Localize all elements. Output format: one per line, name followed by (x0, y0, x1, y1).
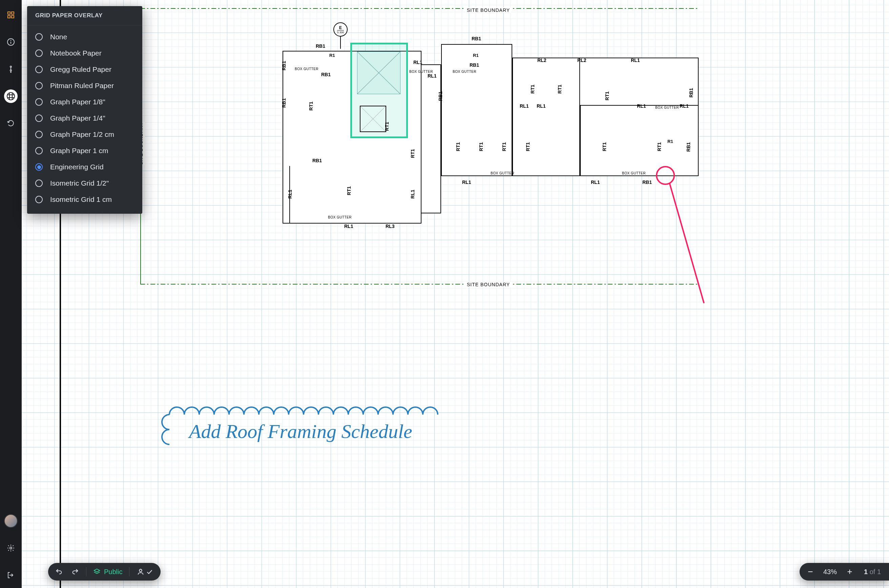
beam-label: RT1 (525, 142, 530, 151)
beam-label: RT1 (346, 186, 352, 195)
apps-icon[interactable] (4, 8, 18, 22)
grid-option[interactable]: Graph Paper 1/8" (27, 94, 142, 110)
grid-option[interactable]: Notebook Paper (27, 45, 142, 61)
gutter-label: BOX GUTTER (622, 171, 646, 175)
grid-option[interactable]: Engineering Grid (27, 159, 142, 175)
annotation-text: Add Roof Framing Schedule (189, 420, 412, 443)
beam-label: RT1 (604, 92, 610, 100)
radio-icon (35, 98, 43, 106)
zoom-out-button[interactable] (803, 564, 818, 579)
beam-label: RB1 (472, 36, 481, 41)
gutter-label: BOX GUTTER (491, 171, 514, 175)
grid-option[interactable]: Graph Paper 1/4" (27, 110, 142, 126)
section-bubble: E S.300 (333, 22, 348, 37)
building-block (512, 58, 580, 176)
grid-option[interactable]: Graph Paper 1/2 cm (27, 126, 142, 142)
beam-label: RL1 (537, 103, 545, 109)
zoom-level[interactable]: 43% (820, 568, 840, 576)
approve-button[interactable] (133, 568, 157, 576)
building-block (421, 64, 441, 213)
radio-icon (35, 33, 43, 40)
beam-label: RB1 (688, 88, 694, 98)
grid-option-label: Notebook Paper (50, 49, 102, 57)
gutter-label: BOX GUTTER (409, 70, 433, 74)
beam-label: RT1 (530, 85, 535, 93)
beam-label: RL2 (537, 58, 546, 63)
beam-label: RL1 (413, 60, 422, 65)
site-boundary-label-top: SITE BOUNDARY (466, 8, 511, 13)
svg-point-11 (7, 93, 15, 100)
beam-label: RB1 (321, 72, 331, 77)
grid-option[interactable]: None (27, 29, 142, 45)
radio-icon (35, 66, 43, 73)
beam-label: RB1 (642, 180, 652, 185)
beam-label: RL2 (577, 58, 586, 63)
beam-label: R1 (473, 53, 479, 58)
beam-label: RT1 (384, 122, 390, 131)
beam-label: RT1 (602, 142, 607, 151)
building-block (580, 105, 698, 176)
info-icon[interactable] (4, 35, 18, 49)
undo-history-icon[interactable] (4, 117, 18, 130)
beam-label: RT1 (656, 142, 662, 151)
beam-label: RB1 (316, 44, 325, 49)
grid-option-label: Graph Paper 1 cm (50, 147, 108, 155)
visibility-public-button[interactable]: Public (90, 568, 126, 576)
page-indicator[interactable]: 1 of 1 (859, 568, 881, 576)
grid-option-label: Engineering Grid (50, 163, 104, 171)
settings-icon[interactable] (4, 541, 18, 555)
beam-label: RL1 (591, 180, 600, 185)
bottom-toolbar: Public (48, 563, 161, 580)
beam-label: R1 (667, 139, 673, 144)
zoom-in-button[interactable] (842, 564, 857, 579)
svg-point-23 (140, 569, 142, 572)
grid-option-label: Graph Paper 1/4" (50, 114, 105, 122)
beam-label: RL1 (287, 190, 293, 198)
visibility-label: Public (104, 568, 122, 576)
beam-label: RL1 (520, 103, 529, 109)
svg-marker-22 (94, 569, 100, 572)
bubble-leader (340, 36, 341, 49)
grid-overlay-icon[interactable] (4, 89, 18, 103)
grid-option[interactable]: Isometric Grid 1/2" (27, 175, 142, 191)
building-block (289, 166, 422, 224)
svg-point-9 (10, 70, 12, 71)
section-letter: E (339, 26, 342, 30)
beam-label: RB1 (438, 92, 443, 101)
beam-label: RL3 (386, 224, 394, 229)
beam-label: RL1 (462, 180, 471, 185)
gutter-label: BOX GUTTER (328, 215, 352, 219)
beam-label: RT1 (502, 142, 507, 151)
svg-rect-0 (8, 12, 10, 14)
beam-label: RB1 (281, 61, 287, 70)
svg-point-7 (10, 66, 12, 68)
zoom-pager-bar: 43% 1 of 1 (800, 563, 889, 580)
radio-icon (35, 131, 43, 138)
drawing-layer: SITE BOUNDARY SITE BOUNDARY SITE BOUNDAR… (22, 0, 889, 588)
radio-icon (35, 163, 43, 171)
avatar[interactable] (4, 514, 18, 528)
beam-label: RT1 (410, 149, 415, 158)
radio-icon (35, 114, 43, 122)
redo-button[interactable] (68, 564, 83, 579)
gutter-label: BOX GUTTER (655, 106, 679, 110)
layers-icon[interactable] (4, 62, 18, 76)
page-of: of (870, 568, 875, 576)
grid-option[interactable]: Gregg Ruled Paper (27, 61, 142, 78)
beam-label: RL1 (631, 58, 640, 63)
radio-icon (35, 180, 43, 187)
svg-rect-2 (8, 16, 10, 18)
grid-option-label: None (50, 33, 67, 41)
grid-option[interactable]: Pitman Ruled Paper (27, 78, 142, 94)
grid-option-label: Graph Paper 1/2 cm (50, 130, 114, 138)
exit-icon[interactable] (4, 568, 18, 582)
markup-circle (656, 166, 675, 185)
beam-label: RL1 (344, 224, 353, 229)
section-sheet: S.300 (337, 30, 344, 34)
canvas[interactable]: SITE BOUNDARY SITE BOUNDARY SITE BOUNDAR… (22, 0, 889, 588)
grid-option-label: Graph Paper 1/8" (50, 98, 105, 106)
undo-button[interactable] (51, 564, 66, 579)
grid-option[interactable]: Isometric Grid 1 cm (27, 191, 142, 208)
grid-option[interactable]: Graph Paper 1 cm (27, 142, 142, 159)
beam-label: RT1 (478, 142, 484, 151)
